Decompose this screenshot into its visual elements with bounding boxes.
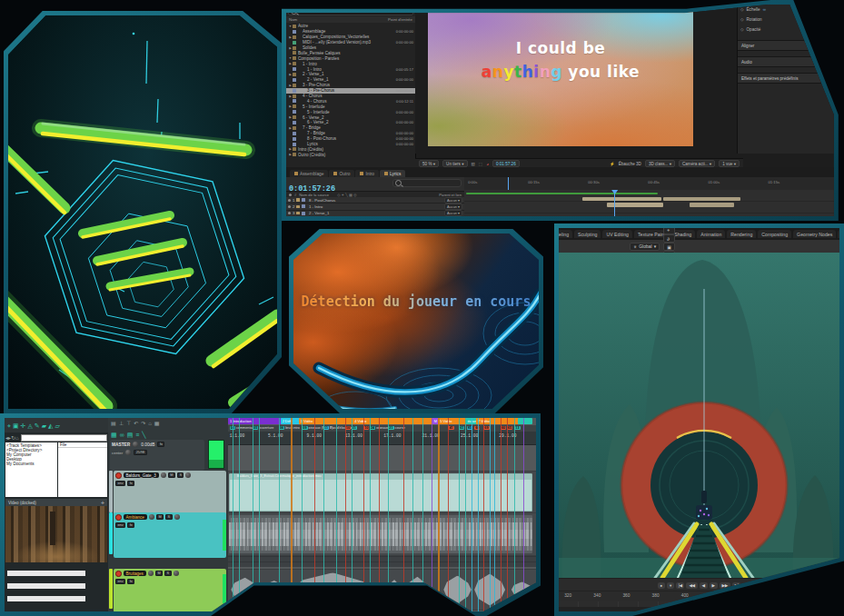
project-item[interactable]: ▶ 6 - Verse_2 bbox=[286, 114, 415, 120]
tcp-icon[interactable]: ⌂ bbox=[148, 421, 152, 426]
draft-3d-toggle[interactable]: Ébauche 3D bbox=[619, 162, 641, 166]
track-strip[interactable]: Ambiance M S env fx bbox=[114, 512, 226, 558]
workspace-tab[interactable]: Rendering bbox=[727, 230, 756, 238]
track-volume-knob[interactable] bbox=[161, 472, 166, 478]
tcp-icon[interactable]: ⊥ bbox=[119, 421, 124, 426]
env-button[interactable]: env bbox=[115, 522, 125, 528]
ae-time-ruler[interactable]: 0:00s00:15s00:30s00:45s01:00s01:15s bbox=[464, 177, 839, 191]
marker-chip[interactable]: 21 bbox=[352, 426, 358, 430]
explorer-file-list[interactable]: File bbox=[58, 442, 107, 497]
media-item-sfx[interactable] bbox=[388, 580, 401, 600]
project-item[interactable]: 5 - Interlude 0:00:00:00 bbox=[286, 109, 415, 114]
record-arm-button[interactable] bbox=[115, 514, 122, 521]
project-item[interactable]: 3 - Pre-Chorus 0:00:00:00 bbox=[286, 88, 415, 94]
layer-color-swatch[interactable] bbox=[296, 198, 300, 202]
marker-chip[interactable]: 21 course bbox=[388, 426, 405, 430]
mute-button[interactable]: M bbox=[155, 571, 163, 576]
project-item[interactable]: 1 - Intro 0:00:05:17 bbox=[286, 66, 415, 72]
snap-grid-icon[interactable]: ≡ bbox=[135, 432, 139, 438]
project-item[interactable]: ▶ 4 - Chorus bbox=[286, 94, 415, 99]
toolbar-icon[interactable]: ✎ bbox=[35, 422, 40, 429]
parent-select[interactable]: Aucun ▾ bbox=[444, 197, 462, 204]
mute-button[interactable]: M bbox=[156, 514, 164, 520]
master-pan-knob[interactable] bbox=[125, 450, 131, 455]
project-item[interactable]: MIDI - ...elly (Extended Version).mp3 0:… bbox=[286, 40, 415, 45]
track-name[interactable]: Baldurs_Gate_3 bbox=[124, 472, 159, 478]
tcp-icon[interactable]: ↷ bbox=[141, 421, 145, 426]
snap-grid-icon[interactable]: ∞ bbox=[120, 432, 124, 438]
toolbar-icon[interactable]: ◭ bbox=[48, 422, 53, 429]
env-button[interactable]: env bbox=[115, 579, 125, 584]
channels-icon[interactable]: ◕ bbox=[486, 162, 489, 166]
media-item-video[interactable]: Baldurs_Gate_3_Extrait-Cinematique_intro… bbox=[229, 473, 532, 512]
layer-duration-bar[interactable] bbox=[466, 193, 658, 195]
master-pan-label[interactable]: center bbox=[112, 451, 123, 455]
media-item-ambiance[interactable] bbox=[229, 515, 532, 553]
project-item[interactable]: ▶ Intro (Crédits) bbox=[286, 146, 415, 152]
snap-grid-icon[interactable]: ▤ bbox=[127, 432, 134, 438]
orientation-select[interactable]: ⌆ Global ▾ bbox=[630, 243, 660, 251]
video-window-titlebar[interactable]: Video (docked)✛ bbox=[5, 499, 107, 506]
layer-color-swatch[interactable] bbox=[296, 205, 300, 209]
project-item[interactable]: ▶ 7 - Bridge bbox=[286, 125, 415, 131]
media-item-sfx[interactable] bbox=[293, 572, 372, 606]
playback-button[interactable]: ◀ bbox=[700, 582, 708, 589]
workspace-tab[interactable]: Geometry Nodes bbox=[793, 230, 836, 238]
track-name[interactable]: Bruitages bbox=[124, 571, 146, 576]
project-item[interactable]: ▶ 2 - Verse_1 bbox=[286, 72, 415, 77]
scale-value[interactable]: 100,0 bbox=[826, 7, 837, 12]
keyframe-diamond-icon[interactable]: ◇ bbox=[740, 7, 744, 12]
playback-button[interactable]: ▶ bbox=[710, 582, 718, 589]
snap-grid-icon[interactable]: ╲ bbox=[142, 432, 145, 438]
env-button[interactable]: env bbox=[115, 481, 125, 486]
layer-duration-bar[interactable] bbox=[607, 203, 663, 207]
media-item-sfx[interactable] bbox=[231, 578, 259, 601]
region-icon[interactable]: ⬚ bbox=[479, 162, 482, 166]
master-fx-button[interactable]: fx bbox=[157, 442, 164, 447]
link-icon[interactable]: ∞ bbox=[763, 7, 766, 12]
project-item[interactable]: ▶ Solides bbox=[286, 45, 415, 51]
track-strip[interactable]: Baldurs_Gate_3 M S env fx bbox=[114, 471, 226, 516]
list-row[interactable] bbox=[7, 583, 85, 589]
project-item[interactable]: ▶ 5 - Interlude bbox=[286, 104, 415, 109]
opacity-value[interactable]: 100 % bbox=[824, 27, 836, 32]
video-window[interactable] bbox=[5, 506, 107, 562]
project-item[interactable]: 4 - Chorus 0:00:12:11 bbox=[286, 98, 415, 104]
workspace-tab[interactable]: Compositing bbox=[758, 230, 791, 238]
marker-chip[interactable]: 06 bruit intro bbox=[279, 426, 300, 430]
record-arm-button[interactable] bbox=[115, 472, 122, 479]
mute-button[interactable]: M bbox=[168, 472, 175, 478]
playhead-ruler[interactable] bbox=[508, 177, 509, 190]
timeline-layer-row[interactable]: 1 8 - PostChorus Aucun ▾ bbox=[286, 197, 464, 204]
layer-duration-bar[interactable] bbox=[690, 203, 735, 207]
master-volume-knob[interactable] bbox=[133, 442, 138, 447]
keyframe-diamond-icon[interactable]: ◇ bbox=[740, 17, 744, 22]
media-item-sfx[interactable] bbox=[262, 581, 286, 599]
project-item[interactable]: ▶ Outro (Crédits) bbox=[286, 152, 415, 157]
track-color-tab[interactable] bbox=[109, 471, 113, 512]
playback-button[interactable]: ● bbox=[658, 582, 665, 589]
keyframe-diamond-icon[interactable]: ◇ bbox=[740, 27, 744, 32]
ae-project-search-input[interactable] bbox=[288, 6, 413, 15]
solo-button[interactable]: S bbox=[165, 514, 173, 520]
properties-section-header[interactable]: Audio bbox=[738, 56, 839, 67]
track-pan-knob[interactable] bbox=[185, 472, 191, 478]
fx-button[interactable]: fx bbox=[127, 579, 134, 584]
list-row[interactable] bbox=[7, 596, 85, 601]
track-name[interactable]: Ambiance bbox=[124, 514, 147, 520]
solo-button[interactable]: S bbox=[164, 571, 172, 576]
workspace-tab[interactable]: UV Editing bbox=[602, 230, 632, 238]
view-layout-select[interactable]: 1 vue ▾ bbox=[719, 160, 740, 167]
layer-duration-bar[interactable] bbox=[663, 197, 740, 202]
track-color-tab[interactable] bbox=[109, 512, 113, 554]
track-volume-knob[interactable] bbox=[149, 514, 154, 520]
eye-icon[interactable] bbox=[288, 199, 291, 202]
workspace-tab[interactable]: Modeling bbox=[559, 230, 572, 238]
record-arm-button[interactable] bbox=[115, 571, 122, 577]
media-item-sfx[interactable] bbox=[407, 577, 429, 603]
fx-button[interactable]: fx bbox=[127, 481, 134, 486]
project-item[interactable]: ▼ Composition - Paroles bbox=[286, 55, 415, 61]
rotation-value[interactable]: 0x +0,0° bbox=[820, 17, 836, 22]
project-item[interactable]: Lyrics 0:00:00:00 bbox=[286, 142, 415, 147]
timeline-layer-row[interactable]: 3 2 - Verse_1 Aucun ▾ bbox=[286, 211, 464, 216]
